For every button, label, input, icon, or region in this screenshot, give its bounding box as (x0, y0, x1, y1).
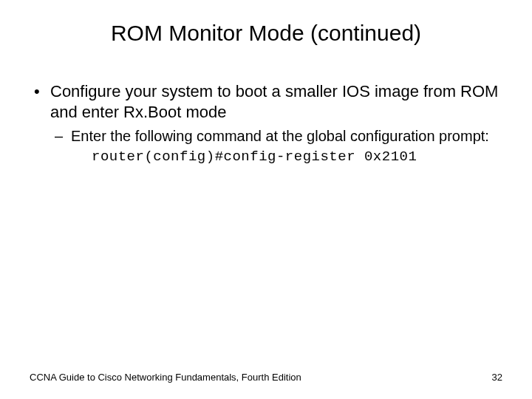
bullet-l2-text: Enter the following command at the globa… (71, 128, 489, 144)
page-number: 32 (492, 372, 502, 383)
footer-text: CCNA Guide to Cisco Networking Fundament… (30, 372, 301, 383)
bullet-l2-item: Enter the following command at the globa… (50, 126, 502, 146)
bullet-l1-item: Configure your system to boot a smaller … (30, 81, 502, 166)
bullet-l1-text: Configure your system to boot a smaller … (50, 82, 498, 121)
slide-content: Configure your system to boot a smaller … (30, 81, 502, 166)
code-command: router(config)#config-register 0x2101 (92, 149, 502, 166)
slide-footer: CCNA Guide to Cisco Networking Fundament… (30, 372, 502, 383)
bullet-list-level2: Enter the following command at the globa… (50, 126, 502, 146)
bullet-list-level1: Configure your system to boot a smaller … (30, 81, 502, 166)
slide-title: ROM Monitor Mode (continued) (30, 21, 502, 46)
slide-container: ROM Monitor Mode (continued) Configure y… (0, 0, 532, 399)
